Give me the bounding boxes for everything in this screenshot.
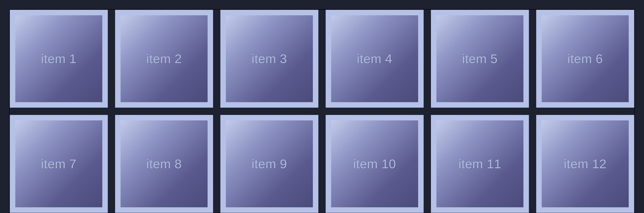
grid-item[interactable]: item 9 xyxy=(220,115,318,213)
grid-item[interactable]: item 11 xyxy=(431,115,529,213)
grid-item-inner: item 9 xyxy=(226,120,313,207)
grid-item[interactable]: item 10 xyxy=(326,115,424,213)
grid-item-inner: item 7 xyxy=(15,120,102,207)
grid-item-inner: item 1 xyxy=(15,15,102,102)
grid-item[interactable]: item 8 xyxy=(115,115,213,213)
grid-item-inner: item 12 xyxy=(542,120,629,207)
grid-item-inner: item 10 xyxy=(331,120,418,207)
item-label: item 4 xyxy=(357,51,392,66)
grid-item-inner: item 3 xyxy=(226,15,313,102)
item-label: item 11 xyxy=(458,157,501,171)
grid-item[interactable]: item 3 xyxy=(220,10,318,108)
item-label: item 12 xyxy=(564,157,606,171)
grid-item-inner: item 2 xyxy=(120,15,208,102)
item-label: item 9 xyxy=(252,157,287,171)
grid-item[interactable]: item 5 xyxy=(431,10,529,108)
grid-item-inner: item 5 xyxy=(436,15,524,102)
grid-container: item 1 item 2 item 3 item 4 item 5 item … xyxy=(9,9,635,213)
grid-item[interactable]: item 2 xyxy=(115,10,213,108)
item-label: item 7 xyxy=(41,157,77,171)
grid-item-inner: item 8 xyxy=(120,120,208,207)
item-label: item 10 xyxy=(353,157,396,171)
grid-item-inner: item 11 xyxy=(436,120,524,207)
item-label: item 8 xyxy=(146,157,182,171)
item-label: item 5 xyxy=(462,51,498,66)
grid-item[interactable]: item 7 xyxy=(10,115,108,213)
grid-item[interactable]: item 6 xyxy=(536,10,634,108)
grid-item-inner: item 4 xyxy=(331,15,418,102)
grid-item-inner: item 6 xyxy=(542,15,629,102)
item-label: item 3 xyxy=(252,51,287,66)
grid-item[interactable]: item 12 xyxy=(536,115,634,213)
item-label: item 6 xyxy=(568,51,603,66)
item-label: item 1 xyxy=(41,51,77,66)
item-label: item 2 xyxy=(146,51,182,66)
grid-item[interactable]: item 1 xyxy=(10,10,108,108)
grid-item[interactable]: item 4 xyxy=(326,10,424,108)
